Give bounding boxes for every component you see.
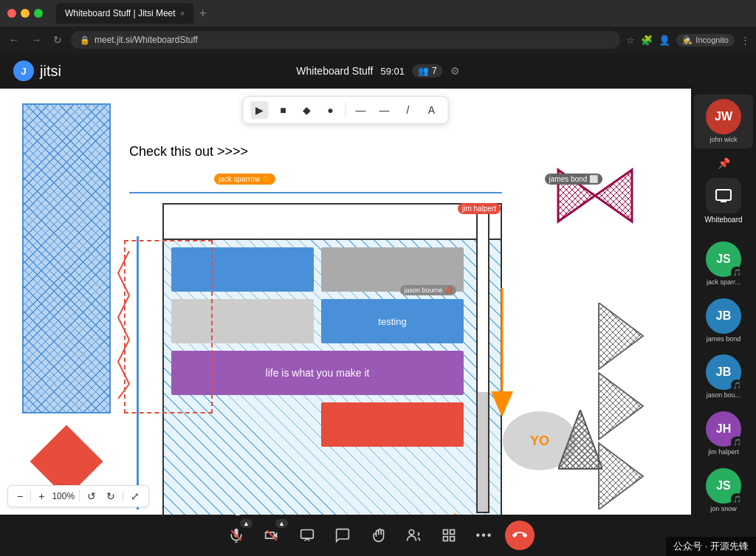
mute-button[interactable]: ▲ xyxy=(221,521,251,550)
whiteboard-canvas[interactable]: ▶ ■ ◆ ● — — / A jack sparrow 🟠 james bon… xyxy=(0,89,691,515)
right-sidebar: JW john wick 📌 Whiteboard xyxy=(691,89,756,515)
active-tab[interactable]: Whiteboard Stuff | Jitsi Meet × xyxy=(56,3,193,24)
grid-icon xyxy=(441,528,456,543)
mute-badge: ▲ xyxy=(240,519,252,528)
fullscreen-traffic-light[interactable] xyxy=(34,9,43,18)
pen-tool[interactable]: / xyxy=(399,101,417,119)
extension-icon[interactable]: 🧩 xyxy=(641,35,653,46)
avatar-john-wick: JW xyxy=(706,99,741,134)
fit-button[interactable]: ⤢ xyxy=(128,489,142,504)
screen-share-icon xyxy=(715,187,732,205)
text-tool[interactable]: A xyxy=(423,101,441,119)
participant-john-wick[interactable]: JW john wick xyxy=(694,95,753,148)
avatar-james-bond: JB xyxy=(706,298,741,334)
undo-button[interactable]: ↺ xyxy=(84,489,99,504)
profile-icon[interactable]: 👤 xyxy=(659,35,670,46)
zoom-out-button[interactable]: − xyxy=(14,489,26,504)
tab-title: Whiteboard Stuff | Jitsi Meet xyxy=(65,8,176,18)
rectangle-tool[interactable]: ■ xyxy=(275,101,292,119)
participant-jack-sparrow[interactable]: JS 🎵 jack sparr... xyxy=(694,237,753,291)
close-traffic-light[interactable] xyxy=(7,9,16,18)
meeting-title: Whiteboard Stuff xyxy=(296,65,373,77)
svg-rect-27 xyxy=(444,530,448,535)
topbar-center: Whiteboard Stuff 59:01 👥 7 ⚙ xyxy=(296,64,459,78)
select-tool[interactable]: ▶ xyxy=(251,101,269,119)
arrow-tool[interactable]: — xyxy=(376,101,394,119)
name-jack-sparrow: jack sparr... xyxy=(707,278,740,286)
whiteboard-special-item[interactable]: Whiteboard xyxy=(694,174,753,228)
mic-icon-jon: 🎵 xyxy=(731,493,743,505)
participants-button[interactable] xyxy=(399,521,428,550)
pin-icon[interactable]: 📌 xyxy=(718,157,730,169)
end-call-button[interactable] xyxy=(505,521,535,550)
browser-actions: ☆ 🧩 👤 🕵 Incognito ⋮ xyxy=(626,34,750,47)
more-button[interactable]: ••• xyxy=(470,521,499,550)
zoom-divider xyxy=(30,490,31,502)
tiles-button[interactable] xyxy=(434,521,464,550)
participant-count-badge[interactable]: 👥 7 xyxy=(412,64,443,78)
menu-icon[interactable]: ⋮ xyxy=(740,35,750,46)
meeting-settings-icon[interactable]: ⚙ xyxy=(450,65,460,77)
address-bar[interactable]: 🔒 meet.jit.si/WhiteboardStuff xyxy=(71,31,620,49)
avatar-jim-halpert: JH 🎵 xyxy=(706,411,741,447)
url-text: meet.jit.si/WhiteboardStuff xyxy=(94,35,198,45)
video-icon xyxy=(264,528,279,543)
cell-gray-1: jason bourne 🟤 xyxy=(321,247,464,292)
back-button[interactable]: ← xyxy=(6,32,22,47)
diamond-tool[interactable]: ◆ xyxy=(298,101,316,119)
stacked-triangles xyxy=(595,303,647,509)
minimize-traffic-light[interactable] xyxy=(21,9,30,18)
reload-button[interactable]: ↻ xyxy=(50,32,65,47)
zoom-in-button[interactable]: + xyxy=(35,489,47,504)
lock-icon: 🔒 xyxy=(80,35,90,45)
redo-button[interactable]: ↻ xyxy=(103,489,118,504)
participant-james-bond[interactable]: JB james bond xyxy=(694,294,753,348)
meeting-timer: 59:01 xyxy=(380,66,405,77)
bottom-toolbar: ▲ ▲ ▲ xyxy=(0,515,756,556)
participant-jon-snow[interactable]: JS 🎵 jon snow xyxy=(694,464,753,515)
raise-hand-button[interactable] xyxy=(363,521,393,550)
forward-button[interactable]: → xyxy=(28,32,44,47)
line-tool[interactable]: — xyxy=(352,101,370,119)
svg-rect-30 xyxy=(450,537,455,541)
mic-icon-jason: 🎵 xyxy=(731,380,743,391)
jason-bourne-label: jason bourne 🟤 xyxy=(400,285,456,295)
jitsi-logo-text: jitsi xyxy=(40,63,61,80)
hat-arrow xyxy=(558,410,602,484)
cursor-jim-halpert: jim halpert xyxy=(458,203,501,214)
chat-button[interactable] xyxy=(328,521,357,550)
svg-marker-19 xyxy=(558,410,602,469)
avatar-jason-bourne: JB 🎵 xyxy=(706,354,741,390)
video-button[interactable]: ▲ xyxy=(257,521,286,550)
cell-red-1 xyxy=(321,402,464,447)
zigzag-drawing xyxy=(114,251,144,399)
chat-icon xyxy=(335,528,350,543)
whiteboard-label: Whiteboard xyxy=(704,216,742,224)
incognito-label: Incognito xyxy=(695,35,729,44)
mic-icon-jack: 🎵 xyxy=(731,267,743,278)
screen-share-button[interactable] xyxy=(292,521,322,550)
grid-layout: jason bourne 🟤 testing life is what you … xyxy=(164,240,501,454)
mic-icon-jim: 🎵 xyxy=(731,436,743,448)
address-row: ← → ↻ 🔒 meet.jit.si/WhiteboardStuff ☆ 🧩 … xyxy=(0,27,756,53)
hand-icon xyxy=(371,528,385,543)
circle-tool[interactable]: ● xyxy=(322,101,340,119)
participant-number: 7 xyxy=(432,66,437,76)
whiteboard-icon-button[interactable] xyxy=(706,178,741,213)
orange-arrow-down xyxy=(487,288,517,421)
microphone-icon xyxy=(229,528,244,543)
topbar: J jitsi Whiteboard Stuff 59:01 👥 7 ⚙ xyxy=(0,53,756,89)
phone-hang-up-icon xyxy=(512,528,527,543)
vbar-fill xyxy=(478,392,488,512)
svg-rect-29 xyxy=(444,537,448,541)
avatar-jon-snow: JS 🎵 xyxy=(706,468,741,504)
new-tab-button[interactable]: + xyxy=(199,7,206,20)
tab-close-button[interactable]: × xyxy=(180,9,185,18)
bookmark-icon[interactable]: ☆ xyxy=(626,35,635,46)
incognito-badge: 🕵 Incognito xyxy=(676,34,735,47)
svg-marker-11 xyxy=(454,513,480,515)
participant-jason-bourne[interactable]: JB 🎵 jason bou... xyxy=(694,350,753,404)
video-badge: ▲ xyxy=(275,519,288,528)
participant-jim-halpert[interactable]: JH 🎵 jim halpert xyxy=(694,407,753,461)
browser-chrome: Whiteboard Stuff | Jitsi Meet × + ← → ↻ … xyxy=(0,0,756,53)
